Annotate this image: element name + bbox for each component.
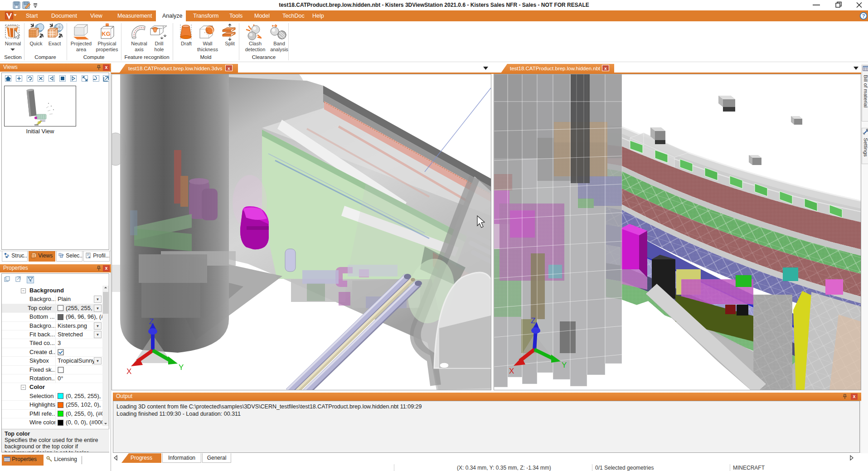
svg-text:Z: Z	[149, 317, 154, 326]
svg-text:Z: Z	[531, 316, 535, 325]
svg-text:Y: Y	[179, 363, 184, 372]
svg-text:X: X	[509, 367, 514, 375]
svg-text:?: ?	[862, 13, 865, 19]
svg-text:X: X	[126, 367, 131, 376]
svg-text:Y: Y	[562, 361, 567, 369]
svg-text:KG: KG	[102, 30, 111, 37]
